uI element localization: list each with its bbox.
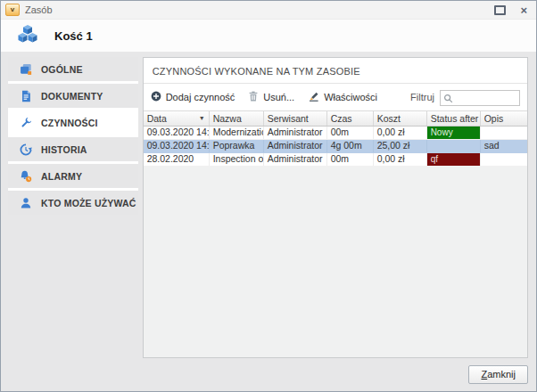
cell-opis: sad [481, 140, 527, 152]
table-body: 09.03.2020 14:49:01ModernizationAdminist… [144, 127, 527, 167]
column-label: Czas [331, 113, 352, 124]
filter-box [440, 88, 520, 106]
cell-data: 28.02.2020 [144, 153, 210, 166]
cell-status: Nowy [427, 127, 481, 139]
resource-header: Kość 1 [1, 20, 536, 52]
dialog-footer: Zamknij [143, 358, 528, 391]
column-label: Data [147, 113, 167, 124]
sidebar-item-label: KTO MOŻE UŻYWAĆ [41, 198, 136, 208]
cell-data: 09.03.2020 14:49:01 [144, 127, 210, 139]
sidebar: OGÓLNEDOKUMENTYCZYNNOŚCIHISTORIAALARMYKT… [8, 57, 138, 215]
titlebar: v Zasób [1, 1, 536, 20]
sidebar-item-label: DOKUMENTY [41, 91, 103, 102]
cell-koszt: 0,00 zł [374, 127, 427, 139]
filter-input[interactable] [440, 90, 520, 106]
alarm-icon [20, 170, 32, 183]
close-icon [520, 4, 527, 17]
filter-group: Filtruj [410, 88, 520, 106]
window-title: Zasób [25, 4, 53, 15]
column-header-status-after[interactable]: Status after [427, 111, 481, 126]
cell-data: 09.03.2020 14:48:07 [144, 140, 210, 152]
dialog-content: OGÓLNEDOKUMENTYCZYNNOŚCIHISTORIAALARMYKT… [1, 52, 536, 391]
close-button[interactable] [520, 2, 527, 18]
history-icon [20, 143, 32, 156]
column-header-data[interactable]: Data▼ [144, 111, 210, 126]
properties-label: Właściwości [324, 92, 377, 102]
sidebar-item-label: OGÓLNE [41, 64, 83, 75]
cubes-icon [16, 24, 39, 48]
column-header-nazwa[interactable]: Nazwa [210, 111, 264, 126]
resource-name: Kość 1 [54, 29, 93, 43]
section-title: CZYNNOŚCI WYKONANE NA TYM ZASOBIE [144, 58, 527, 84]
trash-icon [248, 91, 259, 103]
pencil-icon [308, 91, 319, 103]
sidebar-item-label: HISTORIA [41, 144, 87, 155]
sidebar-item-label: CZYNNOŚCI [41, 118, 98, 128]
main-column: CZYNNOŚCI WYKONANE NA TYM ZASOBIE Dodaj … [143, 57, 528, 391]
activities-panel: CZYNNOŚCI WYKONANE NA TYM ZASOBIE Dodaj … [143, 57, 528, 358]
document-icon [20, 90, 32, 102]
sidebar-item-kto-moze-uzywac[interactable]: KTO MOŻE UŻYWAĆ [8, 191, 138, 215]
dialog-window: v Zasób Kość 1 [0, 0, 537, 392]
column-label: Serwisant [268, 113, 309, 124]
cell-nazwa: Inspection or ma... [210, 153, 264, 166]
cell-serwisant: Administrator [264, 140, 327, 152]
column-header-serwisant[interactable]: Serwisant [264, 111, 327, 126]
table-row[interactable]: 09.03.2020 14:48:07PoprawkaAdministrator… [144, 140, 527, 153]
toolbar: Dodaj czynność Usuń... Właściwości [144, 84, 527, 110]
filter-label: Filtruj [410, 92, 434, 102]
sidebar-item-dokumenty[interactable]: DOKUMENTY [8, 84, 138, 108]
cell-koszt: 0,00 zł [374, 153, 427, 166]
column-label: Status after [431, 113, 479, 124]
status-badge: qf [427, 153, 480, 166]
cell-czas: 00m [327, 127, 374, 139]
cell-serwisant: Administrator [264, 153, 327, 166]
column-header-czas[interactable]: Czas [327, 111, 374, 126]
sidebar-item-label: ALARMY [41, 171, 82, 182]
close-dialog-button[interactable]: Zamknij [468, 365, 528, 384]
sidebar-item-alarmy[interactable]: ALARMY [8, 164, 138, 188]
status-badge: Nowy [427, 127, 480, 139]
add-activity-button[interactable]: Dodaj czynność [151, 91, 235, 103]
table-header: Data▼NazwaSerwisantCzasKosztStatus after… [144, 110, 527, 127]
table-row[interactable]: 28.02.2020Inspection or ma...Administrat… [144, 153, 527, 167]
sidebar-item-historia[interactable]: HISTORIA [8, 137, 138, 161]
sort-desc-icon: ▼ [199, 115, 205, 121]
column-header-koszt[interactable]: Koszt [374, 111, 427, 126]
plus-circle-icon [151, 91, 161, 103]
table-empty-area [144, 167, 527, 358]
column-header-opis[interactable]: Opis [481, 111, 527, 126]
table-row[interactable]: 09.03.2020 14:49:01ModernizationAdminist… [144, 127, 527, 140]
add-activity-label: Dodaj czynność [166, 92, 235, 102]
column-label: Koszt [377, 113, 401, 124]
column-label: Opis [484, 113, 504, 124]
cell-nazwa: Poprawka [210, 140, 264, 152]
cell-czas: 00m [327, 153, 374, 166]
sidebar-item-czynnosci[interactable]: CZYNNOŚCI [8, 110, 138, 135]
photos-icon [20, 63, 32, 76]
person-icon [20, 197, 32, 209]
cell-nazwa: Modernization [210, 127, 264, 139]
delete-activity-button[interactable]: Usuń... [248, 91, 294, 103]
cell-opis [481, 153, 527, 166]
app-logo-icon: v [5, 4, 20, 16]
cell-serwisant: Administrator [264, 127, 327, 139]
cell-opis [481, 127, 527, 139]
cell-czas: 4g 00m [327, 140, 374, 152]
cell-koszt: 25,00 zł [374, 140, 427, 152]
maximize-button[interactable] [494, 5, 506, 15]
properties-button[interactable]: Właściwości [308, 91, 377, 103]
sidebar-item-ogolne[interactable]: OGÓLNE [8, 57, 138, 81]
delete-activity-label: Usuń... [263, 92, 294, 102]
wrench-icon [20, 117, 32, 129]
maximize-icon [494, 5, 506, 15]
column-label: Nazwa [213, 113, 242, 124]
cell-status [427, 140, 481, 152]
window-controls [494, 2, 527, 18]
cell-status: qf [427, 153, 481, 166]
activities-table: Data▼NazwaSerwisantCzasKosztStatus after… [144, 110, 527, 358]
